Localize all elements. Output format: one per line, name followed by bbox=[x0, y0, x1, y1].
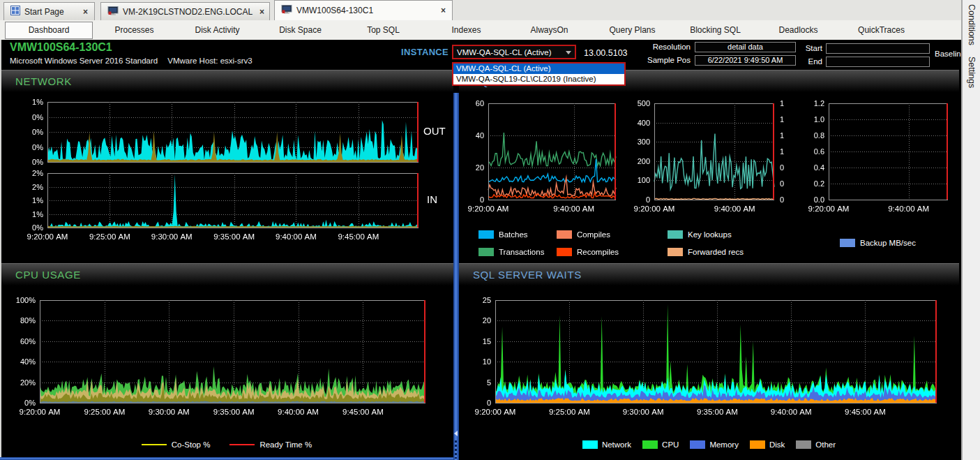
instance-dropdown-value: VMW-QA-SQL-CL (Active) bbox=[457, 48, 551, 57]
nav-tab-indexes[interactable]: Indexes bbox=[425, 25, 508, 35]
app-window: Start Page × VM-2K19CLSTNOD2.ENG.LOCAL ×… bbox=[0, 0, 980, 460]
activity-lookups-chart[interactable] bbox=[626, 98, 794, 220]
instance-dropdown-popup: VMW-QA-SQL-CL (Active) VMW-QA-SQL19-CL\C… bbox=[452, 62, 626, 86]
nav-tab-blocking-sql[interactable]: Blocking SQL bbox=[674, 25, 757, 35]
legend-forwarded-recs: Forwarded recs bbox=[668, 248, 744, 256]
close-icon[interactable]: × bbox=[76, 7, 88, 17]
nav-tab-query-plans[interactable]: Query Plans bbox=[591, 25, 674, 35]
server-subtitle: Microsoft Windows Server 2016 StandardVM… bbox=[10, 57, 252, 65]
side-tab-conditions[interactable]: Conditions bbox=[967, 4, 977, 45]
vertical-splitter[interactable] bbox=[453, 93, 459, 460]
nav-tab-processes[interactable]: Processes bbox=[93, 25, 176, 35]
tab-label: Start Page bbox=[24, 7, 64, 17]
network-swatch bbox=[582, 440, 598, 449]
instance-dropdown[interactable]: VMW-QA-SQL-CL (Active) bbox=[452, 45, 576, 59]
dashboard-nav-bar: Dashboard Processes Disk Activity Disk S… bbox=[0, 20, 961, 40]
legend-label: Network bbox=[602, 440, 631, 449]
cpu-usage-chart[interactable] bbox=[7, 296, 432, 419]
waits-panel-title: SQL SERVER WAITS bbox=[473, 269, 582, 281]
legend-label: Batches bbox=[499, 230, 528, 239]
tab-vmw100s64-130c1[interactable]: VMW100S64-130C1 × bbox=[274, 0, 453, 20]
legend-batches: Batches bbox=[478, 230, 528, 239]
network-out-chart[interactable] bbox=[21, 98, 425, 165]
legend-network: Network bbox=[582, 440, 631, 449]
start-label: Start bbox=[790, 44, 822, 52]
legend-label: CPU bbox=[662, 440, 679, 449]
legend-label: Compiles bbox=[577, 230, 610, 239]
sample-pos-label: Sample Pos bbox=[630, 56, 691, 64]
legend-label: Disk bbox=[769, 440, 785, 449]
baseline-label: Baseline bbox=[935, 50, 961, 58]
nav-tab-alwayson[interactable]: AlwaysOn bbox=[508, 25, 591, 35]
legend-other: Other bbox=[796, 440, 836, 449]
os-name: Microsoft Windows Server 2016 Standard bbox=[10, 57, 158, 65]
nav-tab-top-sql[interactable]: Top SQL bbox=[342, 25, 425, 35]
legend-disk: Disk bbox=[750, 440, 785, 449]
legend-transactions: Transactions bbox=[478, 248, 544, 256]
activity-rates-chart[interactable] bbox=[460, 98, 624, 220]
dropdown-option-inactive[interactable]: VMW-QA-SQL19-CL\CL2019 (Inactive) bbox=[453, 74, 624, 84]
document-tab-bar: Start Page × VM-2K19CLSTNOD2.ENG.LOCAL ×… bbox=[0, 0, 961, 20]
legend-label: Forwarded recs bbox=[688, 248, 744, 256]
recompiles-swatch bbox=[557, 248, 572, 256]
resolution-field[interactable]: detail data bbox=[695, 42, 796, 52]
horizontal-splitter[interactable] bbox=[0, 457, 453, 460]
legend-backup: Backup MB/sec bbox=[840, 239, 916, 247]
activity-backup-chart[interactable] bbox=[801, 98, 956, 220]
right-side-strip: Conditions Settings bbox=[961, 0, 980, 460]
forwarded-recs-swatch bbox=[668, 248, 683, 256]
legend-label: Backup MB/sec bbox=[860, 239, 916, 247]
chevron-down-icon bbox=[566, 51, 571, 54]
end-field[interactable] bbox=[826, 57, 930, 67]
tab-vm-2k19clstnod2[interactable]: VM-2K19CLSTNOD2.ENG.LOCAL × bbox=[100, 2, 270, 20]
network-panel-title: NETWORK bbox=[15, 75, 72, 87]
nav-tab-deadlocks[interactable]: Deadlocks bbox=[757, 25, 840, 35]
cpu-legend: Co-Stop % Ready Time % bbox=[0, 440, 453, 449]
instance-label: INSTANCE bbox=[386, 47, 448, 57]
network-panel-header: NETWORK bbox=[1, 70, 453, 92]
nav-tab-quicktraces[interactable]: QuickTraces bbox=[840, 25, 923, 35]
legend-label: Transactions bbox=[499, 248, 544, 256]
tab-label: VMW100S64-130C1 bbox=[296, 6, 373, 15]
cpu-panel-header: CPU USAGE bbox=[1, 263, 453, 285]
disk-swatch bbox=[750, 440, 765, 449]
legend-label: Other bbox=[815, 440, 836, 449]
resolution-label: Resolution bbox=[630, 43, 691, 51]
tab-label: VM-2K19CLSTNOD2.ENG.LOCAL bbox=[123, 7, 252, 17]
sample-pos-field[interactable]: 6/22/2021 9:49:50 AM bbox=[695, 55, 796, 66]
vmware-host: VMware Host: esxi-srv3 bbox=[167, 57, 252, 65]
legend-label: Co-Stop % bbox=[172, 440, 211, 449]
legend-cpu: CPU bbox=[642, 440, 679, 449]
side-tab-settings[interactable]: Settings bbox=[967, 57, 977, 88]
legend-memory: Memory bbox=[690, 440, 739, 449]
server-monitor-icon bbox=[281, 5, 292, 16]
start-field[interactable] bbox=[826, 43, 930, 54]
server-name: VMW100S64-130C1 bbox=[10, 41, 112, 54]
ready-time-swatch bbox=[229, 444, 255, 445]
legend-recompiles: Recompiles bbox=[557, 248, 619, 256]
key-lookups-swatch bbox=[668, 230, 683, 239]
transactions-swatch bbox=[478, 248, 494, 256]
legend-label: Ready Time % bbox=[259, 440, 312, 449]
legend-compiles: Compiles bbox=[557, 230, 610, 239]
compiles-swatch bbox=[557, 230, 572, 239]
close-icon[interactable]: × bbox=[252, 7, 264, 17]
splitter-collapse-icon[interactable] bbox=[454, 431, 458, 436]
close-icon[interactable]: × bbox=[434, 6, 446, 15]
dropdown-option-active[interactable]: VMW-QA-SQL-CL (Active) bbox=[453, 64, 624, 74]
network-out-label: OUT bbox=[423, 125, 446, 137]
server-monitor-icon bbox=[107, 6, 119, 17]
sql-version: 13.00.5103 bbox=[584, 48, 628, 58]
cpu-panel-title: CPU USAGE bbox=[15, 269, 81, 281]
tab-start-page[interactable]: Start Page × bbox=[3, 2, 95, 20]
nav-tab-disk-space[interactable]: Disk Space bbox=[259, 25, 342, 35]
nav-tab-disk-activity[interactable]: Disk Activity bbox=[176, 25, 259, 35]
other-swatch bbox=[796, 440, 811, 449]
legend-ready-time: Ready Time % bbox=[229, 440, 312, 449]
legend-label: Recompiles bbox=[577, 248, 619, 256]
sql-waits-chart[interactable] bbox=[466, 296, 955, 419]
network-in-chart[interactable] bbox=[21, 169, 425, 253]
cpu-swatch bbox=[642, 440, 658, 449]
nav-tab-dashboard[interactable]: Dashboard bbox=[5, 22, 93, 39]
splitter-grip[interactable] bbox=[455, 440, 457, 459]
